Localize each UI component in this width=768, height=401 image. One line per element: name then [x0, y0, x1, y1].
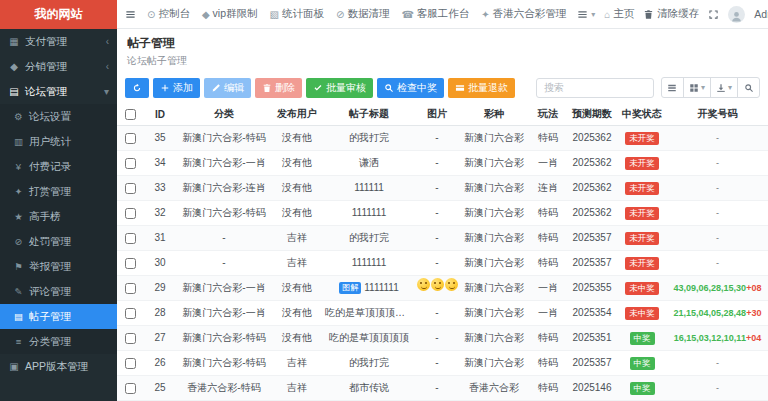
topnav: ⊙ 控制台 ◆ vip群限制 ▧ 统计面板 ⊘ 数据清理 ☎ 客服工作台 ✦ 香…	[117, 0, 768, 29]
table-row[interactable]: 25 香港六合彩-特码 吉祥 都市传说 - 香港六合彩 特码 2025146 中…	[117, 376, 768, 401]
select-all-checkbox[interactable]	[125, 109, 136, 120]
table-row[interactable]: 30 - 吉祥 1111111 - 新澳门六合彩 特码 2025357 未开奖 …	[117, 251, 768, 276]
table-row[interactable]: 26 新澳门六合彩-特码 吉祥 的我打完 - 新澳门六合彩 特码 2025357…	[117, 351, 768, 376]
emoji-images	[417, 278, 458, 291]
topnav-item-hk-lottery[interactable]: ✦ 香港六合彩管理	[481, 7, 566, 21]
batch-review-button[interactable]: 批量审核	[306, 78, 373, 98]
table-row[interactable]: 35 新澳门六合彩-特码 没有他 的我打完 - 新澳门六合彩 特码 202536…	[117, 126, 768, 151]
cell-user: 吉祥	[271, 376, 323, 401]
cell-category: 新澳门六合彩-特码	[177, 351, 271, 376]
cell-play: 连肖	[529, 176, 567, 201]
dashboard-icon: ⊙	[147, 9, 155, 20]
cell-id: 31	[143, 226, 177, 251]
row-checkbox[interactable]	[125, 383, 136, 394]
comment-icon: ✎	[13, 286, 24, 297]
check-win-button[interactable]: 检查中奖	[377, 78, 444, 98]
sidebar-subitem-trophy[interactable]: ★ 高手榜	[0, 204, 117, 229]
refresh-button[interactable]	[125, 78, 149, 98]
sidebar-subitem-flag[interactable]: ⚑ 举报管理	[0, 254, 117, 279]
table-row[interactable]: 32 新澳门六合彩-特码 没有他 1111111 - 新澳门六合彩 特码 202…	[117, 201, 768, 226]
forum-menu-icon: ▤	[8, 86, 20, 97]
view-toggle-button[interactable]: ▾	[683, 77, 711, 98]
table-row[interactable]: 28 新澳门六合彩-一肖 没有他 吃的是草顶顶顶顶4入 - 新澳门六合彩 一肖 …	[117, 301, 768, 326]
row-checkbox[interactable]	[125, 333, 136, 344]
chevron-left-icon: ‹	[106, 61, 109, 72]
cell-user: 没有他	[271, 276, 323, 301]
cell-numbers: -	[667, 201, 768, 226]
cell-images: -	[415, 351, 459, 376]
cell-status: 未中奖	[617, 276, 667, 301]
sidebar-subitem-reward[interactable]: ✦ 打赏管理	[0, 179, 117, 204]
cell-images: -	[415, 126, 459, 151]
cell-images: -	[415, 226, 459, 251]
topnav-item-data-clean[interactable]: ⊘ 数据清理	[336, 7, 389, 21]
sidebar-subitem-comment[interactable]: ✎ 评论管理	[0, 279, 117, 304]
sidebar-subitem-category[interactable]: ≡ 分类管理	[0, 329, 117, 354]
cell-id: 32	[143, 201, 177, 226]
delete-button[interactable]: 删除	[255, 78, 302, 98]
row-checkbox[interactable]	[125, 208, 136, 219]
sidebar-item-forum[interactable]: ▤ 论坛管理 ▾	[0, 79, 117, 104]
cell-id: 33	[143, 176, 177, 201]
posts-icon: ▤	[13, 311, 24, 322]
images-dash: -	[435, 382, 438, 393]
table-row[interactable]: 33 新澳门六合彩-连肖 没有他 111111 - 新澳门六合彩 连肖 2025…	[117, 176, 768, 201]
fullscreen-button[interactable]	[708, 9, 719, 20]
row-checkbox[interactable]	[125, 133, 136, 144]
add-button[interactable]: 添加	[153, 78, 200, 98]
row-checkbox[interactable]	[125, 158, 136, 169]
row-checkbox[interactable]	[125, 258, 136, 269]
cell-lottery: 新澳门六合彩	[459, 126, 529, 151]
trophy-icon: ★	[13, 211, 24, 222]
export-button[interactable]: ▾	[710, 77, 738, 98]
batch-refund-button[interactable]: 批量退款	[448, 78, 515, 98]
cell-period: 2025362	[567, 176, 617, 201]
row-checkbox[interactable]	[125, 183, 136, 194]
cell-numbers: -	[667, 376, 768, 401]
table-tools: ▾ ▾	[661, 77, 760, 98]
search-button[interactable]	[737, 77, 760, 98]
home-link[interactable]: ⌂ 主页	[604, 7, 634, 21]
sidebar-subitem-gear[interactable]: ⚙ 论坛设置	[0, 104, 117, 129]
edit-button[interactable]: 编辑	[204, 78, 251, 98]
table-row[interactable]: 27 新澳门六合彩-特码 没有他 吃的是草顶顶顶顶 - 新澳门六合彩 特码 20…	[117, 326, 768, 351]
search-input[interactable]	[536, 78, 654, 98]
sidebar-subitem-user-stats[interactable]: ▥ 用户统计	[0, 129, 117, 154]
table-row[interactable]: 29 新澳门六合彩-一肖 没有他 图解1111111 新澳门六合彩 一肖 202…	[117, 276, 768, 301]
sidebar-item-payment[interactable]: ▦ 支付管理 ‹	[0, 29, 117, 54]
sidebar-item-distribution[interactable]: ◆ 分销管理 ‹	[0, 54, 117, 79]
status-badge: 未开奖	[625, 232, 659, 245]
menus-dropdown[interactable]: ▾	[577, 9, 595, 20]
topnav-item-vip-limit[interactable]: ◆ vip群限制	[202, 7, 258, 21]
sidebar-subitem-label: 帖子管理	[29, 310, 71, 324]
refresh-icon	[132, 83, 142, 93]
user-menu[interactable]: Admin ▾	[754, 8, 768, 20]
sidebar-item-app-version[interactable]: ▣ APP版本管理	[0, 354, 117, 379]
cell-lottery: 香港六合彩	[459, 376, 529, 401]
table-row[interactable]: 34 新澳门六合彩-一肖 没有他 谦洒 - 新澳门六合彩 一肖 2025362 …	[117, 151, 768, 176]
cell-user: 没有他	[271, 176, 323, 201]
row-checkbox[interactable]	[125, 308, 136, 319]
sidebar-subitem-posts[interactable]: ▤ 帖子管理	[0, 304, 117, 329]
topnav-item-support-desk[interactable]: ☎ 客服工作台	[401, 7, 469, 21]
avatar[interactable]	[728, 6, 745, 23]
cell-id: 27	[143, 326, 177, 351]
brand: 我的网站	[0, 0, 117, 29]
row-checkbox[interactable]	[125, 358, 136, 369]
table-row[interactable]: 31 - 吉祥 的我打完 - 新澳门六合彩 特码 2025357 未开奖 -	[117, 226, 768, 251]
topnav-item-stats-panel[interactable]: ▧ 统计面板	[270, 7, 324, 21]
sidebar-subitem-ban[interactable]: ⊘ 处罚管理	[0, 229, 117, 254]
columns-button[interactable]	[661, 77, 684, 98]
sidebar-subitem-payment-record[interactable]: ¥ 付费记录	[0, 154, 117, 179]
topnav-item-dashboard[interactable]: ⊙ 控制台	[147, 7, 190, 21]
row-checkbox[interactable]	[125, 233, 136, 244]
cell-title: 的我打完	[323, 226, 415, 251]
status-badge: 未开奖	[625, 207, 659, 220]
clear-cache-link[interactable]: 清除缓存	[643, 7, 699, 21]
magnifier-icon	[384, 83, 394, 93]
cell-period: 2025357	[567, 351, 617, 376]
row-checkbox[interactable]	[125, 283, 136, 294]
sidebar-item-label: APP版本管理	[25, 360, 88, 374]
sidebar-toggle-icon[interactable]	[125, 9, 136, 20]
cell-numbers: -	[667, 351, 768, 376]
